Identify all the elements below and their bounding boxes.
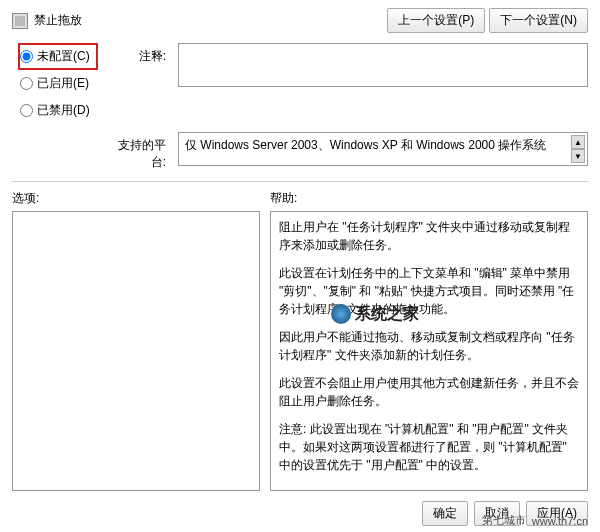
radio-enabled[interactable]: 已启用(E) bbox=[18, 70, 98, 97]
help-p4: 此设置不会阻止用户使用其他方式创建新任务，并且不会阻止用户删除任务。 bbox=[279, 374, 579, 410]
options-box bbox=[12, 211, 260, 491]
radio-enabled-label: 已启用(E) bbox=[37, 75, 89, 92]
help-p1: 阻止用户在 "任务计划程序" 文件夹中通过移动或复制程序来添加或删除任务。 bbox=[279, 218, 579, 254]
comment-input[interactable] bbox=[178, 43, 588, 87]
radio-not-configured[interactable]: 未配置(C) bbox=[18, 43, 98, 70]
prev-setting-button[interactable]: 上一个设置(P) bbox=[387, 8, 485, 33]
platform-text: 仅 Windows Server 2003、Windows XP 和 Windo… bbox=[185, 138, 546, 152]
help-p3: 因此用户不能通过拖动、移动或复制文档或程序向 "任务计划程序" 文件夹添加新的计… bbox=[279, 328, 579, 364]
comment-label: 注释: bbox=[110, 43, 166, 124]
help-p5: 注意: 此设置出现在 "计算机配置" 和 "用户配置" 文件夹中。如果对这两项设… bbox=[279, 420, 579, 474]
policy-icon bbox=[12, 13, 28, 29]
scroll-down-icon[interactable]: ▼ bbox=[571, 149, 585, 163]
separator bbox=[12, 181, 588, 182]
help-box: 阻止用户在 "任务计划程序" 文件夹中通过移动或复制程序来添加或删除任务。 此设… bbox=[270, 211, 588, 491]
next-setting-button[interactable]: 下一个设置(N) bbox=[489, 8, 588, 33]
radio-enabled-input[interactable] bbox=[20, 77, 33, 90]
radio-not-configured-input[interactable] bbox=[20, 50, 33, 63]
radio-not-configured-label: 未配置(C) bbox=[37, 48, 90, 65]
footer-site: 第七城市 bbox=[482, 513, 526, 528]
scroll-up-icon[interactable]: ▲ bbox=[571, 135, 585, 149]
radio-disabled-label: 已禁用(D) bbox=[37, 102, 90, 119]
ok-button[interactable]: 确定 bbox=[422, 501, 468, 526]
platform-box: 仅 Windows Server 2003、Windows XP 和 Windo… bbox=[178, 132, 588, 166]
radio-disabled[interactable]: 已禁用(D) bbox=[18, 97, 98, 124]
help-p2: 此设置在计划任务中的上下文菜单和 "编辑" 菜单中禁用 "剪切"、"复制" 和 … bbox=[279, 264, 579, 318]
options-header: 选项: bbox=[12, 188, 260, 211]
footer-url: www.th7.cn bbox=[532, 515, 588, 527]
platform-label: 支持的平台: bbox=[110, 132, 166, 171]
page-title: 禁止拖放 bbox=[34, 12, 82, 29]
help-header: 帮助: bbox=[270, 188, 588, 211]
radio-disabled-input[interactable] bbox=[20, 104, 33, 117]
footer-watermark: 第七城市 www.th7.cn bbox=[482, 513, 588, 528]
